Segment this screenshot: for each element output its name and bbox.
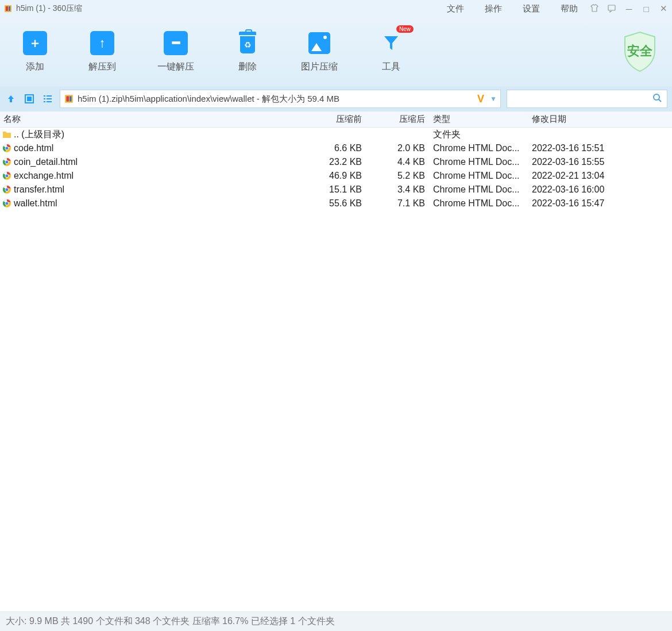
svg-rect-15 (69, 97, 71, 102)
svg-line-17 (659, 99, 661, 102)
table-row[interactable]: wallet.html55.6 KB7.1 KBChrome HTML Doc.… (0, 197, 672, 210)
window-title: h5im (1) - 360压缩 (16, 3, 82, 14)
svg-rect-14 (67, 97, 69, 102)
close-button[interactable]: ✕ (658, 3, 669, 14)
tools-button[interactable]: New 工具 (379, 31, 403, 73)
toolbar: ＋ 添加 ↑ 解压到 ━ 一键解压 ♻ 删除 图片压缩 New 工具 安全 (0, 17, 672, 86)
filter-icon (381, 33, 401, 53)
cell-after: 2.0 KB (368, 143, 431, 153)
svg-point-32 (5, 202, 9, 205)
svg-point-16 (654, 94, 659, 100)
chevron-down-icon[interactable]: ▼ (490, 95, 497, 103)
status-bar: 大小: 9.9 MB 共 1490 个文件和 348 个文件夹 压缩率 16.7… (0, 611, 672, 631)
cell-date: 2022-03-16 15:47 (528, 198, 672, 209)
svg-rect-1 (6, 6, 8, 11)
col-type[interactable]: 类型 (431, 114, 528, 125)
col-name[interactable]: 名称 (0, 114, 299, 125)
cell-before: 23.2 KB (299, 157, 368, 167)
svg-rect-12 (47, 101, 52, 102)
menu-help[interactable]: 帮助 (561, 3, 578, 14)
v-icon: V (477, 93, 484, 105)
table-row[interactable]: code.html6.6 KB2.0 KBChrome HTML Doc...2… (0, 141, 672, 155)
view-icons-button[interactable] (23, 93, 36, 105)
extract-to-button[interactable]: ↑ 解压到 (88, 31, 116, 73)
archive-icon (64, 94, 74, 104)
minimize-button[interactable]: ─ (624, 4, 634, 14)
delete-button[interactable]: ♻ 删除 (235, 31, 260, 73)
image-icon (308, 32, 330, 54)
svg-point-26 (5, 174, 9, 178)
maximize-button[interactable]: □ (641, 4, 651, 14)
path-input[interactable]: h5im (1).zip\h5im\application\index\view… (60, 90, 501, 108)
table-row[interactable]: coin_detail.html23.2 KB4.4 KBChrome HTML… (0, 155, 672, 169)
svg-point-20 (5, 147, 9, 150)
path-text: h5im (1).zip\h5im\application\index\view… (78, 94, 472, 105)
one-click-extract-button[interactable]: ━ 一键解压 (157, 31, 194, 73)
path-bar: h5im (1).zip\h5im\application\index\view… (0, 86, 672, 111)
search-box[interactable] (507, 90, 667, 108)
image-compress-button[interactable]: 图片压缩 (301, 31, 338, 73)
folder-icon (2, 130, 11, 139)
svg-rect-3 (608, 5, 615, 10)
arrow-up-icon: ↑ (90, 31, 114, 55)
cell-type: Chrome HTML Doc... (431, 198, 528, 209)
col-after[interactable]: 压缩后 (368, 114, 431, 125)
column-header: 名称 压缩前 压缩后 类型 修改日期 (0, 111, 672, 128)
cell-type: Chrome HTML Doc... (431, 171, 528, 181)
cell-before: 46.9 KB (299, 171, 368, 181)
plus-icon: ＋ (23, 31, 47, 55)
svg-rect-11 (44, 101, 45, 102)
view-list-button[interactable] (41, 93, 54, 105)
menu-operate[interactable]: 操作 (485, 3, 502, 14)
file-name: exchange.html (14, 171, 74, 181)
svg-text:安全: 安全 (627, 44, 653, 58)
feedback-icon[interactable] (607, 3, 617, 14)
chrome-icon (2, 199, 11, 208)
cell-type: 文件夹 (431, 129, 528, 141)
search-input[interactable] (512, 94, 652, 103)
menu-settings[interactable]: 设置 (523, 3, 540, 14)
table-row[interactable]: .. (上级目录)文件夹 (0, 128, 672, 141)
cell-after: 7.1 KB (368, 198, 431, 209)
cell-after: 3.4 KB (368, 184, 431, 195)
svg-point-23 (5, 160, 9, 164)
title-bar: h5im (1) - 360压缩 文件 操作 设置 帮助 ─ □ ✕ (0, 0, 672, 17)
file-name: transfer.html (14, 184, 64, 195)
minus-icon: ━ (164, 31, 188, 55)
table-row[interactable]: exchange.html46.9 KB5.2 KBChrome HTML Do… (0, 169, 672, 183)
svg-rect-6 (27, 97, 32, 101)
svg-rect-7 (44, 95, 45, 97)
svg-rect-10 (47, 98, 52, 99)
chrome-icon (2, 171, 11, 180)
cell-before: 6.6 KB (299, 143, 368, 153)
archive-icon (3, 4, 13, 13)
add-button[interactable]: ＋ 添加 (23, 31, 47, 73)
status-text: 大小: 9.9 MB 共 1490 个文件和 348 个文件夹 压缩率 16.7… (6, 615, 335, 628)
svg-point-29 (5, 188, 9, 191)
menu-file[interactable]: 文件 (447, 3, 464, 14)
cell-before: 55.6 KB (299, 198, 368, 209)
col-date[interactable]: 修改日期 (528, 114, 672, 125)
chrome-icon (2, 144, 11, 153)
file-list: .. (上级目录)文件夹code.html6.6 KB2.0 KBChrome … (0, 128, 672, 611)
col-before[interactable]: 压缩前 (299, 114, 368, 125)
cell-date: 2022-02-21 13:04 (528, 171, 672, 181)
trash-icon: ♻ (238, 32, 257, 55)
chrome-icon (2, 157, 11, 167)
up-button[interactable] (5, 93, 17, 105)
cell-after: 4.4 KB (368, 157, 431, 167)
menu-bar: 文件 操作 设置 帮助 (447, 3, 578, 14)
file-name: code.html (14, 143, 53, 153)
svg-rect-8 (47, 95, 52, 97)
cell-before: 15.1 KB (299, 184, 368, 195)
cell-date: 2022-03-16 15:51 (528, 143, 672, 153)
skin-icon[interactable] (589, 3, 600, 14)
cell-date: 2022-03-16 15:55 (528, 157, 672, 167)
cell-type: Chrome HTML Doc... (431, 157, 528, 167)
svg-rect-9 (44, 98, 45, 99)
table-row[interactable]: transfer.html15.1 KB3.4 KBChrome HTML Do… (0, 183, 672, 197)
cell-type: Chrome HTML Doc... (431, 143, 528, 153)
file-name: coin_detail.html (14, 157, 78, 167)
cell-type: Chrome HTML Doc... (431, 184, 528, 195)
search-icon[interactable] (652, 93, 662, 105)
